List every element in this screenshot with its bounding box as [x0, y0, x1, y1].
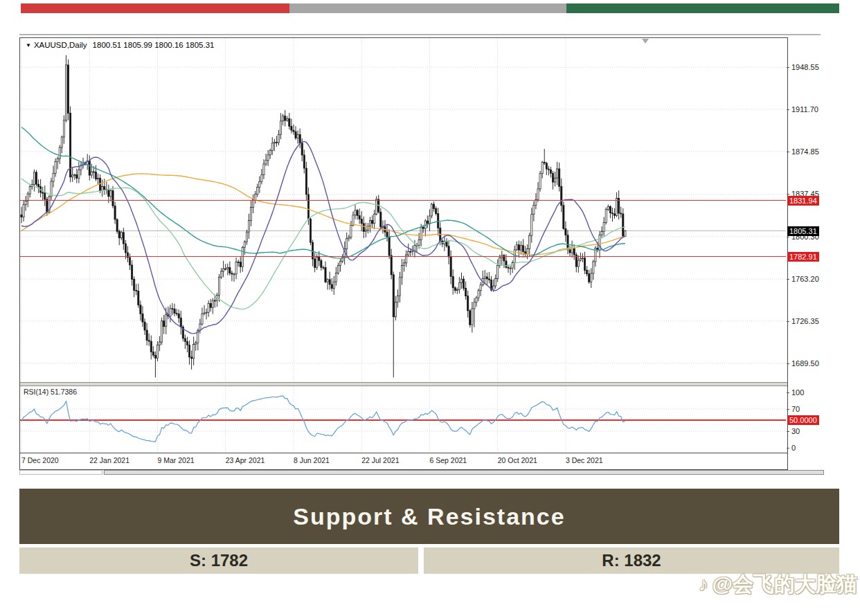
price-tick-label: 1763.20 — [791, 275, 819, 283]
gray-segment — [289, 3, 567, 13]
price-tick-mark — [787, 237, 789, 237]
chart-window-top-edge — [19, 34, 821, 35]
chart-title: ▼XAUUSD,Daily1800.51 1805.99 1800.16 180… — [26, 41, 214, 49]
price-tick-mark — [787, 321, 789, 322]
price-tick-label: 1689.50 — [791, 359, 819, 368]
price-tick-mark — [787, 67, 789, 68]
rsi-tick-mark — [787, 448, 789, 449]
price-tick-label: 1911.70 — [791, 105, 818, 114]
support-price-badge: 1782.91 — [787, 252, 819, 262]
resistance-price-badge: 1831.94 — [787, 196, 819, 206]
scrollbar-thumb[interactable] — [104, 470, 824, 475]
symbol-marker-icon: ▼ — [26, 42, 31, 48]
date-tick-label: 3 Dec 2021 — [566, 456, 603, 464]
current-price-badge: 1805.31 — [787, 226, 819, 236]
scrollbar-stub — [19, 470, 102, 475]
date-tick-label: 7 Dec 2020 — [21, 456, 59, 464]
rsi-pane[interactable] — [20, 386, 786, 453]
date-tick-label: 20 Oct 2021 — [498, 456, 537, 464]
price-tick-label: 1726.35 — [791, 317, 819, 325]
rsi-tick-mark — [787, 392, 789, 393]
last-bar-marker-icon — [642, 39, 649, 44]
price-tick-label: 1874.85 — [791, 147, 819, 156]
horizontal-scrollbar[interactable] — [19, 470, 824, 475]
date-tick-label: 23 Apr 2021 — [226, 456, 265, 464]
rsi-tick-label: 30 — [791, 427, 800, 435]
date-tick-label: 6 Sep 2021 — [429, 456, 467, 464]
green-segment — [566, 3, 839, 13]
support-value-bar: S: 1782 — [19, 547, 418, 574]
date-axis: 7 Dec 202022 Jan 20219 Mar 202123 Apr 20… — [20, 453, 787, 469]
chart-window: 7 Dec 202022 Jan 20219 Mar 202123 Apr 20… — [19, 37, 788, 470]
symbol-label: XAUUSD,Daily — [34, 41, 87, 49]
price-tick-mark — [787, 194, 789, 194]
rsi-tick-label: 0 — [791, 444, 796, 452]
rsi-axis: 50.0000 10070300 — [787, 386, 859, 453]
price-axis: 1831.94 1805.31 1782.91 1948.551911.7018… — [787, 38, 859, 382]
price-tick-mark — [787, 109, 789, 110]
price-tick-mark — [787, 279, 789, 280]
rsi-tick-mark — [787, 431, 789, 432]
rsi-tick-label: 70 — [791, 405, 800, 413]
date-tick-label: 22 Jan 2021 — [89, 456, 129, 464]
douyin-note-icon: ♪ — [699, 574, 708, 595]
price-tick-mark — [787, 152, 789, 152]
watermark: ♪ @会飞的大脸猫 — [699, 570, 857, 599]
price-pane[interactable] — [20, 38, 786, 382]
rsi-label: RSI(14) 51.7386 — [24, 388, 77, 396]
support-resistance-header: Support & Resistance — [19, 489, 839, 544]
rsi-tick-label: 100 — [791, 388, 804, 397]
date-tick-label: 8 Jun 2021 — [294, 456, 330, 464]
rsi-tick-mark — [787, 409, 789, 410]
price-tick-label: 1948.55 — [791, 63, 819, 71]
red-segment — [21, 3, 289, 13]
ohlc-readout: 1800.51 1805.99 1800.16 1805.31 — [93, 41, 215, 49]
price-tick-mark — [787, 363, 789, 364]
date-tick-label: 9 Mar 2021 — [157, 456, 194, 464]
watermark-handle: @会飞的大脸猫 — [713, 570, 857, 599]
date-tick-label: 22 Jul 2021 — [361, 456, 399, 464]
rsi-level-badge: 50.0000 — [787, 415, 819, 425]
top-progress-bar — [21, 3, 839, 13]
